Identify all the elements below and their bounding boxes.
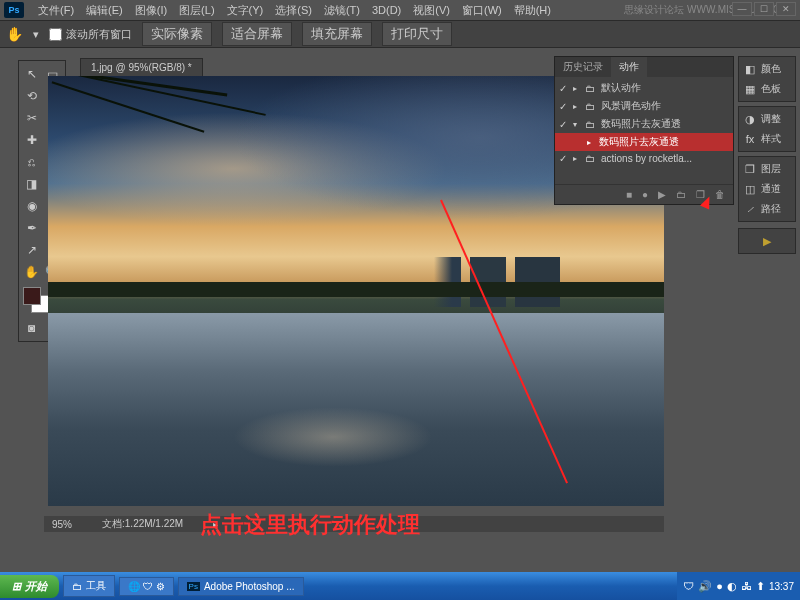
menu-filter[interactable]: 滤镜(T) [318,1,366,20]
blur-tool[interactable]: ◉ [21,195,42,217]
hand-tool-icon: ✋ [6,26,23,42]
menu-help[interactable]: 帮助(H) [508,1,557,20]
panel-swatches[interactable]: ▦色板 [741,79,793,99]
panel-paths[interactable]: ⟋路径 [741,199,793,219]
adjustments-icon: ◑ [743,112,757,126]
right-dock: ◧颜色 ▦色板 ◑调整 fx样式 ❐图层 ◫通道 ⟋路径 ▶ [738,56,796,254]
print-size-button[interactable]: 打印尺寸 [382,22,452,46]
crop-tool[interactable]: ✂ [21,107,42,129]
photoshop-logo: Ps [4,2,24,18]
color-icon: ◧ [743,62,757,76]
annotation-text: 点击这里执行动作处理 [200,510,420,540]
hand-tool[interactable]: ✋ [21,261,42,283]
menu-edit[interactable]: 编辑(E) [80,1,129,20]
folder-icon: 🗀 [585,83,597,94]
ps-icon: Ps [187,582,200,591]
action-item[interactable]: ✓▾🗀数码照片去灰通透 [555,115,733,133]
panel-adjustments[interactable]: ◑调整 [741,109,793,129]
menu-window[interactable]: 窗口(W) [456,1,508,20]
action-item[interactable]: ✓▸🗀actions by rocketla... [555,151,733,166]
stop-icon[interactable]: ■ [626,189,632,200]
stamp-tool[interactable]: ⎌ [21,151,42,173]
panel-channels[interactable]: ◫通道 [741,179,793,199]
action-item-selected[interactable]: ▸数码照片去灰通透 [555,133,733,151]
tray-icon[interactable]: 🖧 [741,580,752,592]
actual-pixels-button[interactable]: 实际像素 [142,22,212,46]
folder-icon: 🗀 [585,153,597,164]
play-large-icon[interactable]: ▶ [741,231,793,251]
menu-select[interactable]: 选择(S) [269,1,318,20]
menu-layer[interactable]: 图层(L) [173,1,220,20]
move-tool[interactable]: ↖ [21,63,42,85]
play-icon[interactable]: ▶ [658,189,666,200]
task-quicklaunch[interactable]: 🌐 🛡 ⚙ [119,577,174,596]
windows-icon: ⊞ [12,580,21,593]
task-photoshop[interactable]: PsAdobe Photoshop ... [178,577,304,596]
folder-icon: 🗀 [585,119,597,130]
system-tray[interactable]: 🛡 🔊 ● ◐ 🖧 ⬆ 13:37 [677,572,800,600]
tray-icon[interactable]: ⬆ [756,580,765,593]
tab-history[interactable]: 历史记录 [555,57,611,77]
minimize-button[interactable]: — [732,2,752,16]
options-bar: ✋ ▾ 滚动所有窗口 实际像素 适合屏幕 填充屏幕 打印尺寸 [0,20,800,48]
maximize-button[interactable]: ☐ [754,2,774,16]
heal-tool[interactable]: ✚ [21,129,42,151]
action-item[interactable]: ✓▸🗀默认动作 [555,79,733,97]
channels-icon: ◫ [743,182,757,196]
tray-icon[interactable]: 🔊 [698,580,712,593]
task-tools[interactable]: 🗀工具 [63,575,115,597]
pen-tool[interactable]: ✒ [21,217,42,239]
paths-icon: ⟋ [743,202,757,216]
menu-type[interactable]: 文字(Y) [221,1,270,20]
close-button[interactable]: ✕ [776,2,796,16]
path-tool[interactable]: ↗ [21,239,42,261]
layers-icon: ❐ [743,162,757,176]
panel-styles[interactable]: fx样式 [741,129,793,149]
eraser-tool[interactable]: ◨ [21,173,42,195]
swatches-icon: ▦ [743,82,757,96]
scroll-all-checkbox[interactable]: 滚动所有窗口 [49,27,132,42]
menu-view[interactable]: 视图(V) [407,1,456,20]
taskbar: ⊞开始 🗀工具 🌐 🛡 ⚙ PsAdobe Photoshop ... 🛡 🔊 … [0,572,800,600]
lasso-tool[interactable]: ⟲ [21,85,42,107]
dropdown-icon[interactable]: ▾ [33,28,39,41]
menubar: Ps 文件(F) 编辑(E) 图像(I) 图层(L) 文字(Y) 选择(S) 滤… [0,0,800,20]
doc-size: 文档:1.22M/1.22M [102,517,183,531]
tray-icon[interactable]: ● [716,580,723,592]
tab-actions[interactable]: 动作 [611,57,647,77]
styles-icon: fx [743,132,757,146]
menu-file[interactable]: 文件(F) [32,1,80,20]
quickmask-tool[interactable]: ◙ [21,317,42,339]
actions-panel: 历史记录 动作 ✓▸🗀默认动作 ✓▸🗀风景调色动作 ✓▾🗀数码照片去灰通透 ▸数… [554,56,734,205]
zoom-level[interactable]: 95% [52,519,72,530]
trash-icon[interactable]: 🗑 [715,189,725,200]
panel-color[interactable]: ◧颜色 [741,59,793,79]
document-tab[interactable]: 1.jpg @ 95%(RGB/8) * [80,58,203,77]
fill-screen-button[interactable]: 填充屏幕 [302,22,372,46]
folder-icon: 🗀 [585,101,597,112]
action-item[interactable]: ✓▸🗀风景调色动作 [555,97,733,115]
tray-icon[interactable]: 🛡 [683,580,694,592]
folder-icon: 🗀 [72,581,82,592]
record-icon[interactable]: ● [642,189,648,200]
clock[interactable]: 13:37 [769,581,794,592]
panel-layers[interactable]: ❐图层 [741,159,793,179]
new-folder-icon[interactable]: 🗀 [676,189,686,200]
fit-screen-button[interactable]: 适合屏幕 [222,22,292,46]
menu-image[interactable]: 图像(I) [129,1,173,20]
menu-3d[interactable]: 3D(D) [366,2,407,18]
foreground-color[interactable] [23,287,41,305]
tray-icon[interactable]: ◐ [727,580,737,593]
start-button[interactable]: ⊞开始 [0,575,59,598]
